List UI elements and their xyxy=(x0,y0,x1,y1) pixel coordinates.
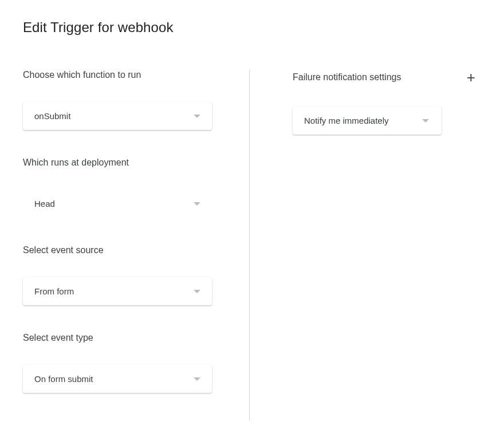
deployment-label: Which runs at deployment xyxy=(23,158,226,168)
notification-select[interactable]: Notify me immediately xyxy=(293,107,442,135)
function-value: onSubmit xyxy=(34,111,70,121)
source-field: Select event source From form xyxy=(23,245,226,305)
function-select[interactable]: onSubmit xyxy=(23,102,212,130)
page-title: Edit Trigger for webhook xyxy=(23,19,481,36)
notification-header: Failure notification settings + xyxy=(293,70,475,85)
dropdown-icon xyxy=(194,377,200,381)
form-columns: Choose which function to run onSubmit Wh… xyxy=(23,70,481,420)
left-column: Choose which function to run onSubmit Wh… xyxy=(23,70,249,420)
type-select[interactable]: On form submit xyxy=(23,365,212,393)
right-column: Failure notification settings + Notify m… xyxy=(249,70,481,420)
type-field: Select event type On form submit xyxy=(23,333,226,393)
add-icon[interactable]: + xyxy=(467,70,475,85)
function-label: Choose which function to run xyxy=(23,70,226,80)
source-value: From form xyxy=(34,286,74,296)
dropdown-icon xyxy=(194,290,200,293)
deployment-field: Which runs at deployment Head xyxy=(23,158,226,218)
dropdown-icon xyxy=(194,115,200,118)
source-label: Select event source xyxy=(23,245,226,255)
dropdown-icon xyxy=(194,202,200,206)
notification-value: Notify me immediately xyxy=(304,116,389,125)
notification-label: Failure notification settings xyxy=(293,72,401,82)
type-value: On form submit xyxy=(34,374,93,384)
deployment-value: Head xyxy=(34,199,55,208)
dropdown-icon xyxy=(422,119,429,123)
type-label: Select event type xyxy=(23,333,226,343)
source-select[interactable]: From form xyxy=(23,277,212,305)
deployment-select[interactable]: Head xyxy=(23,190,212,218)
function-field: Choose which function to run onSubmit xyxy=(23,70,226,130)
